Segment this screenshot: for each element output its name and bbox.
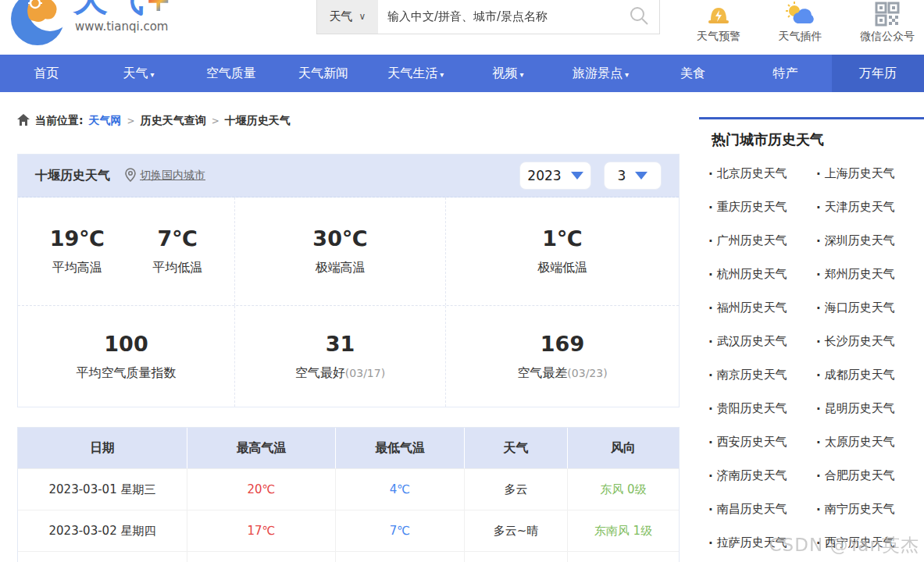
switch-city-link[interactable]: 切换国内城市 [124,168,205,184]
nav-item-tourist-spots[interactable]: 旅游景点▾ [555,55,647,92]
air-best-date: (03/17) [345,367,385,379]
nav-item-weather-life[interactable]: 天气生活▾ [369,55,462,92]
temperature-stats-row: 19℃ 平均高温 7℃ 平均低温 30℃ 极端高温 [18,197,679,305]
search-icon [629,5,649,28]
search-category-value: 天气 [330,9,353,24]
table-body: 2023-03-01 星期三 20℃ 4℃ 多云 东风 0级 2023-03-0… [18,468,679,562]
city-link-guiyang[interactable]: 贵阳历史天气 [708,392,816,425]
location-pin-icon [124,168,137,184]
city-link-guangzhou[interactable]: 广州历史天气 [708,224,816,258]
home-icon [17,114,30,128]
city-link-nanchang[interactable]: 南昌历史天气 [708,493,816,526]
extreme-low-label: 极端低温 [537,260,587,276]
history-weather-panel: 十堰历史天气 切换国内城市 2023 [17,154,680,407]
nav-item-weather[interactable]: 天气▾ [92,55,184,92]
city-link-kunming[interactable]: 昆明历史天气 [816,392,924,425]
city-link-zhengzhou[interactable]: 郑州历史天气 [816,258,924,291]
city-link-taiyuan[interactable]: 太原历史天气 [816,425,924,459]
table-row: 2023-03-02 星期四 17℃ 7℃ 多云~晴 东南风 1级 [18,510,679,551]
breadcrumb-link-tianqi[interactable]: 天气网 [89,114,122,128]
air-worst-stat: 169 空气最差(03/23) [517,332,607,382]
city-link-xining[interactable]: 西宁历史天气 [816,526,924,560]
city-link-grid: 北京历史天气 上海历史天气 重庆历史天气 天津历史天气 广州历史天气 深圳历史天… [708,157,924,560]
nav-item-air-quality[interactable]: 空气质量 [185,55,277,92]
city-link-lasa[interactable]: 拉萨历史天气 [708,526,816,560]
search-input[interactable] [378,0,619,34]
air-best-cell: 31 空气最好(03/17) [235,306,446,407]
nav-item-video[interactable]: 视频▾ [462,55,554,92]
air-best-stat: 31 空气最好(03/17) [295,332,385,382]
content-area: 当前位置: 天气网 > 历史天气查询 > 十堰历史天气 十堰历史天气 切换国内城… [0,112,924,562]
avg-aqi-cell: 100 平均空气质量指数 [18,306,235,407]
city-link-beijing[interactable]: 北京历史天气 [708,157,816,190]
nav-item-food[interactable]: 美食 [647,55,739,92]
col-header-low: 最低气温 [336,428,465,468]
city-link-jinan[interactable]: 济南历史天气 [708,459,816,493]
table-row: 2023-03-01 星期三 20℃ 4℃ 多云 东风 0级 [18,468,679,510]
avg-aqi-label: 平均空气质量指数 [77,365,177,382]
air-worst-cell: 169 空气最差(03/23) [446,306,679,407]
city-link-nanning[interactable]: 南宁历史天气 [816,493,924,526]
extreme-low-stat: 1℃ 极端低温 [537,226,587,276]
top-header: 天气+ www.tianqi.com 天气 ∨ [0,0,924,55]
city-link-haikou[interactable]: 海口历史天气 [816,291,924,325]
city-link-changsha[interactable]: 长沙历史天气 [816,325,924,358]
city-link-xian[interactable]: 西安历史天气 [708,425,816,459]
switch-city-label: 切换国内城市 [140,169,205,183]
extreme-high-stat: 30℃ 极端高温 [312,226,367,276]
search-category-select[interactable]: 天气 ∨ [317,0,378,34]
city-link-shanghai[interactable]: 上海历史天气 [816,157,924,190]
city-link-wuhan[interactable]: 武汉历史天气 [708,325,816,358]
header-shortcuts: 天气预警 天气插件 [687,0,924,55]
shortcut-weather-alert[interactable]: 天气预警 [697,0,740,55]
extreme-high-value: 30℃ [312,226,367,251]
shortcut-label: 天气插件 [779,30,822,44]
brand-url: www.tianqi.com [75,20,172,34]
avg-high-label: 平均高温 [50,260,105,276]
shortcut-weather-plugin[interactable]: 天气插件 [779,0,822,55]
cell-date: 2023-03-02 星期四 [18,510,187,551]
month-select[interactable]: 3 [604,162,662,190]
city-link-hangzhou[interactable]: 杭州历史天气 [708,258,816,291]
city-link-nanjing[interactable]: 南京历史天气 [708,358,816,392]
year-select[interactable]: 2023 [519,162,591,190]
breadcrumb-link-history[interactable]: 历史天气查询 [141,114,206,128]
cell-weather: 多云~晴 [465,510,568,551]
brand-text: 天气+ www.tianqi.com [73,0,172,34]
hot-cities-sidebar: 热门城市历史天气 北京历史天气 上海历史天气 重庆历史天气 天津历史天气 广州历… [699,117,924,560]
avg-high-stat: 19℃ 平均高温 [50,226,105,276]
city-link-chengdu[interactable]: 成都历史天气 [816,358,924,392]
nav-item-calendar[interactable]: 万年历 [832,55,924,92]
cell-high-temp: 17℃ [187,510,336,551]
breadcrumb-separator: > [212,116,219,126]
breadcrumb-current: 十堰历史天气 [225,114,291,128]
cell-high-temp: 20℃ [187,468,336,510]
year-value: 2023 [527,168,561,183]
avg-low-stat: 7℃ 平均低温 [152,226,202,276]
city-link-chongqing[interactable]: 重庆历史天气 [708,190,816,224]
nav-item-home[interactable]: 首页 [0,55,92,92]
date-selectors: 2023 3 [519,162,662,190]
cell-low-temp: 4℃ [336,468,465,510]
nav-item-specialty[interactable]: 特产 [739,55,831,92]
site-logo[interactable]: 天气+ www.tianqi.com [9,0,172,52]
extreme-high-cell: 30℃ 极端高温 [235,197,446,305]
logo-moon-icon [9,0,69,52]
air-best-label: 空气最好(03/17) [295,365,385,382]
city-link-fuzhou[interactable]: 福州历史天气 [708,291,816,325]
search-button[interactable] [619,0,659,34]
chevron-down-icon: ▾ [150,70,154,79]
shortcut-wechat-qrcode[interactable]: 微信公众号 [860,0,915,55]
table-row-clipped [18,551,679,562]
avg-temp-cell: 19℃ 平均高温 7℃ 平均低温 [18,197,235,305]
city-link-hefei[interactable]: 合肥历史天气 [816,459,924,493]
col-header-date: 日期 [18,428,187,468]
city-link-shenzhen[interactable]: 深圳历史天气 [816,224,924,258]
air-worst-value: 169 [517,332,607,356]
chevron-down-icon: ▾ [520,70,524,79]
chevron-down-icon: ▾ [625,70,629,79]
nav-item-weather-news[interactable]: 天气新闻 [277,55,369,92]
qrcode-icon [875,0,900,27]
city-link-tianjin[interactable]: 天津历史天气 [816,190,924,224]
weather-plugin-icon [785,0,816,27]
